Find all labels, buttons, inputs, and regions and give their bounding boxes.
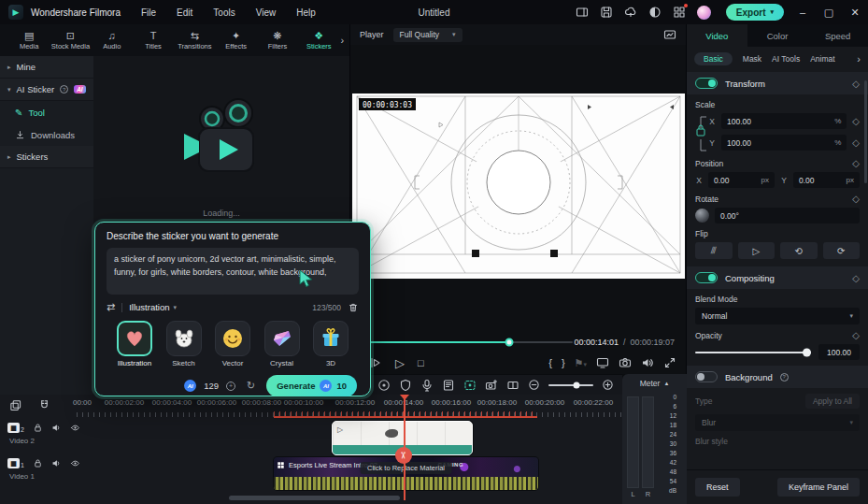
tab-video[interactable]: Video <box>687 24 747 47</box>
menu-tools[interactable]: Tools <box>213 7 235 18</box>
scissors-split-button[interactable]: ✂ <box>395 447 412 464</box>
zoom-slider-handle[interactable] <box>573 382 579 388</box>
subtab-basic[interactable]: Basic <box>694 52 733 65</box>
tab-media[interactable]: ▤Media <box>9 30 49 50</box>
cloud-upload-icon[interactable] <box>624 6 637 19</box>
rotate-cw-button[interactable]: ⟳ <box>823 242 861 259</box>
menu-edit[interactable]: Edit <box>177 7 192 18</box>
mute-track-icon[interactable] <box>51 423 62 433</box>
zoom-in-icon[interactable] <box>602 379 614 391</box>
keyframe-diamond-icon[interactable]: ◇ <box>852 79 860 89</box>
fullscreen-icon[interactable] <box>663 356 676 369</box>
keyframe-diamond-icon[interactable]: ◇ <box>852 158 860 168</box>
apply-to-all-button[interactable]: Apply to All <box>805 394 860 409</box>
stop-icon[interactable]: □ <box>418 357 424 368</box>
background-type-dropdown[interactable]: Blur ▾ <box>695 414 860 431</box>
marker-flag-icon[interactable]: ⚑▾ <box>575 357 587 369</box>
flip-horizontal-button[interactable]: ⫻ <box>695 242 733 259</box>
hide-track-icon[interactable] <box>70 423 80 433</box>
keyframe-diamond-icon[interactable]: ◇ <box>852 273 860 283</box>
rotate-dial[interactable] <box>695 209 709 223</box>
rotate-input[interactable]: 0.00° <box>715 208 860 223</box>
lock-track-icon[interactable] <box>33 458 43 468</box>
opacity-slider[interactable] <box>695 352 811 353</box>
detach-player-icon[interactable] <box>663 28 676 41</box>
menu-help[interactable]: Help <box>296 7 316 18</box>
split-clip-icon[interactable] <box>506 379 519 392</box>
menu-view[interactable]: View <box>256 7 277 18</box>
tab-effects[interactable]: ✦Effects <box>216 30 255 50</box>
position-y-input[interactable]: 0.00 px <box>793 172 860 188</box>
tab-transitions[interactable]: ⇆Transitions <box>175 30 214 50</box>
avatar[interactable] <box>697 6 711 20</box>
style-crystal[interactable]: Crystal <box>258 321 306 367</box>
zoom-out-icon[interactable] <box>528 379 540 391</box>
sidebar-item-tool[interactable]: ✎ Tool <box>0 101 93 123</box>
style-sketch[interactable]: Sketch <box>160 321 208 367</box>
sidebar-item-ai-sticker[interactable]: ▾ AI Sticker ? AI <box>0 79 93 101</box>
style-illustration[interactable]: Illustration <box>110 321 159 367</box>
reset-button[interactable]: Reset <box>695 478 740 497</box>
layout-panel-icon[interactable] <box>576 6 589 19</box>
background-toggle[interactable] <box>695 371 718 382</box>
keyframe-diamond-icon[interactable]: ◇ <box>852 330 860 340</box>
subtab-ai-tools[interactable]: AI Tools <box>772 54 800 64</box>
export-button[interactable]: Export ▾ <box>726 4 784 21</box>
manage-tracks-icon[interactable] <box>9 399 21 411</box>
mic-icon[interactable] <box>420 379 434 392</box>
replace-material-overlay[interactable]: Click to Replace Material <box>360 462 452 474</box>
scale-x-input[interactable]: 100.00 % <box>721 113 847 129</box>
opacity-value-input[interactable]: 100.00 <box>818 344 860 360</box>
minimize-button[interactable]: – <box>790 0 816 24</box>
blend-mode-dropdown[interactable]: Normal ▾ <box>695 308 860 324</box>
properties-scrollbar[interactable] <box>864 80 867 183</box>
tab-audio[interactable]: ♫Audio <box>92 30 132 50</box>
trash-icon[interactable] <box>348 302 359 313</box>
refresh-icon[interactable]: ↻ <box>247 380 255 392</box>
snapshot-add-icon[interactable] <box>485 379 498 392</box>
add-credits-icon[interactable]: + <box>226 382 235 391</box>
transform-toggle[interactable] <box>695 78 718 89</box>
tab-color[interactable]: Color <box>747 24 808 47</box>
prompt-textarea[interactable]: a sticker of pony unicorn, 2d vector art… <box>107 248 359 295</box>
mark-in-icon[interactable]: { <box>548 357 552 368</box>
tab-stickers[interactable]: ❖Stickers <box>299 30 338 50</box>
shuffle-prompt-icon[interactable]: ⇄ <box>107 301 115 313</box>
compositing-toggle[interactable] <box>695 272 718 283</box>
opacity-slider-handle[interactable] <box>803 348 811 356</box>
style-3d[interactable]: 3D <box>306 321 355 367</box>
play-icon[interactable]: ▷ <box>395 356 405 370</box>
tab-speed[interactable]: Speed <box>807 24 868 47</box>
preview-canvas[interactable]: 00:00:03:03 <box>352 94 685 279</box>
tab-filters[interactable]: ❋Filters <box>258 30 297 50</box>
mute-track-icon[interactable] <box>51 458 62 468</box>
help-icon[interactable]: ? <box>780 373 789 382</box>
ai-frame-icon[interactable] <box>463 379 477 392</box>
mark-out-icon[interactable]: } <box>562 357 565 368</box>
save-project-icon[interactable] <box>600 6 613 19</box>
subtab-animation[interactable]: Animat <box>810 54 834 64</box>
snapshot-camera-icon[interactable] <box>619 356 632 369</box>
record-voiceover-icon[interactable] <box>377 379 391 392</box>
timeline-ruler[interactable]: 00:00 00:00:02:00 00:00:04:00 00:00:06:0… <box>77 395 622 418</box>
more-tabs-chevron[interactable]: › <box>340 35 344 46</box>
lock-track-icon[interactable] <box>33 423 43 433</box>
keyframe-diamond-icon[interactable]: ◇ <box>852 137 860 148</box>
keyframe-panel-button[interactable]: Keyframe Panel <box>777 478 860 497</box>
script-notes-icon[interactable] <box>442 379 455 392</box>
playhead-marker[interactable] <box>400 395 409 400</box>
tab-stock-media[interactable]: ⊡Stock Media <box>50 30 90 50</box>
scale-y-input[interactable]: 100.00 % <box>721 135 847 151</box>
rotate-ccw-button[interactable]: ⟲ <box>780 242 818 259</box>
help-icon[interactable]: ? <box>60 85 68 94</box>
keyframe-diamond-icon[interactable]: ◇ <box>852 116 860 126</box>
timeline-h-scrollbar[interactable] <box>229 496 400 500</box>
seek-handle[interactable] <box>505 338 514 347</box>
keyframe-diamond-icon[interactable]: ◇ <box>852 194 860 204</box>
style-dropdown[interactable]: Illustration ▾ <box>129 302 177 312</box>
close-button[interactable]: ✕ <box>842 0 868 24</box>
generate-button[interactable]: Generate AI 10 <box>266 375 357 396</box>
display-device-icon[interactable] <box>596 356 609 369</box>
scale-link-bracket[interactable] <box>695 113 708 156</box>
sidebar-item-downloads[interactable]: Downloads <box>0 123 93 146</box>
